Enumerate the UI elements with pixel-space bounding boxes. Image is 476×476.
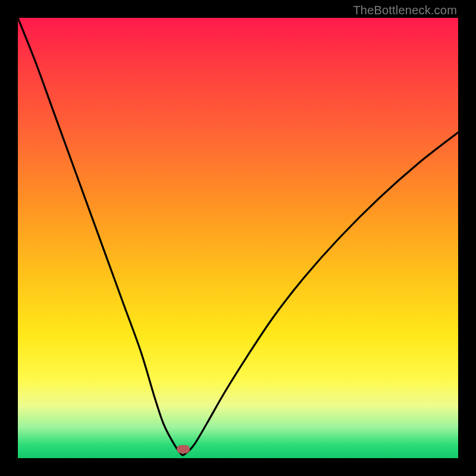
minimum-marker (177, 445, 190, 453)
chart-frame: TheBottleneck.com (0, 0, 476, 476)
watermark-text: TheBottleneck.com (353, 4, 457, 17)
plot-area (18, 18, 458, 458)
bottleneck-curve (18, 18, 458, 455)
curve-svg (18, 18, 458, 458)
